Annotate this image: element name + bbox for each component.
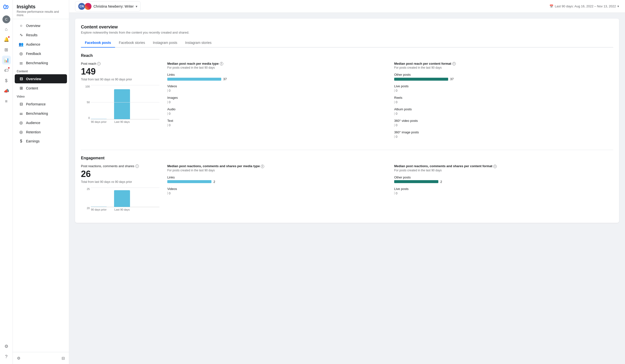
section-divider — [81, 150, 613, 150]
tab-instagram-posts[interactable]: Instagram posts — [149, 38, 181, 48]
eng-videos-zero-val: 0 — [169, 192, 170, 195]
content-area: CN Christina Newberry: Writer ▾ 📅 Last 9… — [69, 0, 625, 364]
chart-bars-area — [91, 85, 159, 119]
media-audio: Audio 0 — [167, 107, 386, 115]
media-text-zero: 0 — [167, 123, 386, 127]
megaphone-icon[interactable]: 📣 — [2, 86, 11, 95]
median-media-title: Median post reach per media type i — [167, 62, 386, 65]
median-media-info-icon[interactable]: i — [220, 62, 223, 65]
reels-zero-val: 0 — [396, 100, 397, 104]
grid-icon[interactable]: ⊞ — [2, 45, 11, 54]
sidebar-benchmarking-label: Benchmarking — [26, 61, 48, 65]
sidebar-item-benchmarking[interactable]: ⚌ Benchmarking — [15, 58, 67, 67]
eng-links-bar: 2 — [167, 180, 386, 184]
median-format-column: Median post reach per content format i F… — [394, 62, 613, 142]
sidebar-overview-label: Overview — [26, 24, 40, 28]
user-avatar-strip[interactable]: C — [2, 15, 10, 23]
help-icon[interactable]: ? — [2, 352, 11, 361]
eng-other-val: 2 — [440, 180, 442, 184]
eng-format-info-icon[interactable]: i — [493, 165, 497, 168]
sidebar-item-feedback[interactable]: ◎ Feedback — [15, 49, 67, 58]
settings-icon[interactable]: ⚙ — [2, 342, 11, 351]
y-label-0: 0 — [88, 116, 90, 119]
video-audience-icon: ◎ — [19, 120, 24, 125]
sidebar-item-video-benchmarking[interactable]: ⚌ Benchmarking — [15, 109, 67, 118]
media-audio-label: Audio — [167, 107, 386, 111]
eng-videos-label: Videos — [167, 187, 386, 191]
menu-icon[interactable]: ≡ — [2, 97, 11, 106]
sidebar-item-retention[interactable]: ◎ Retention — [15, 127, 67, 137]
format-album-posts: Album posts 0 — [394, 107, 613, 115]
reactions-label: Post reactions, comments and shares i — [81, 164, 159, 168]
feedback-icon: ◎ — [19, 51, 24, 56]
collapse-sidebar-icon[interactable]: ⊟ — [59, 354, 67, 362]
eng-media-info-icon[interactable]: i — [261, 165, 264, 168]
eng-format-live-zero: 0 — [394, 192, 613, 195]
meta-logo — [2, 3, 10, 11]
sidebar-item-audience[interactable]: 👥 Audience — [15, 40, 67, 49]
format-album-zero: 0 — [394, 112, 613, 115]
svg-point-0 — [4, 5, 6, 9]
sidebar-nav: ○ Overview ∿ Results 👥 Audience ◎ Feedba… — [13, 19, 69, 352]
sidebar-feedback-label: Feedback — [26, 52, 41, 56]
tag-icon[interactable]: 🏷 — [2, 66, 11, 75]
bar-last90-rect — [114, 89, 130, 119]
eng-y-20: 20 — [87, 207, 90, 210]
median-format-info-icon[interactable]: i — [452, 62, 456, 65]
content-overview-card: Content overview Explore noteworthy tren… — [75, 19, 619, 223]
x-label-last90: Last 90 days — [114, 120, 130, 123]
sidebar-item-content[interactable]: ⊞ Content — [15, 84, 67, 93]
reactions-info-icon[interactable]: i — [135, 165, 139, 168]
eng-links-rect — [167, 180, 212, 183]
engagement-metrics-grid: Post reactions, comments and shares i 26… — [81, 164, 613, 217]
eng-x-prior: 90 days prior — [91, 208, 107, 211]
eng-media-type-column: Median post reactions, comments and shar… — [167, 164, 386, 217]
sidebar-item-performance[interactable]: ⊟ Performance — [15, 100, 67, 109]
sidebar-item-video-audience[interactable]: ◎ Audience — [15, 118, 67, 127]
format-reels-zero: 0 — [394, 100, 613, 104]
reach-section-heading: Reach — [81, 54, 613, 58]
sidebar-content-overview-label: Overview — [26, 77, 41, 81]
user-name: Christina Newberry: Writer — [94, 4, 134, 8]
sidebar-item-earnings[interactable]: $ Earnings — [15, 137, 67, 146]
y-label-50: 50 — [87, 101, 90, 104]
media-images-zero: 0 — [167, 100, 386, 104]
card-title: Content overview — [81, 25, 613, 30]
sidebar-item-overview[interactable]: ○ Overview — [15, 21, 67, 30]
reels-zero-bar — [394, 101, 395, 104]
bar-90-days-prior — [91, 119, 107, 119]
eng-format-other-label: Other posts — [394, 175, 613, 179]
videos-zero-bar — [167, 89, 168, 92]
tab-facebook-posts[interactable]: Facebook posts — [81, 38, 115, 48]
settings-footer-icon[interactable]: ⚙ — [15, 354, 23, 362]
sidebar-audience-label: Audience — [26, 42, 40, 46]
media-text: Text 0 — [167, 119, 386, 127]
format-360video-zero: 0 — [394, 123, 613, 127]
sidebar-item-results[interactable]: ∿ Results — [15, 30, 67, 39]
sidebar-item-content-overview[interactable]: ⊟ Overview — [15, 74, 67, 83]
reactions-column: Post reactions, comments and shares i 26… — [81, 164, 159, 217]
user-selector[interactable]: CN Christina Newberry: Writer ▾ — [75, 1, 141, 11]
dollar-icon[interactable]: $ — [2, 76, 11, 85]
calendar-icon: 📅 — [549, 4, 553, 8]
post-reach-info-icon[interactable]: i — [97, 62, 100, 65]
tab-instagram-stories[interactable]: Instagram stories — [181, 38, 215, 48]
360video-zero-bar — [394, 124, 395, 127]
bar-90-prior-rect — [91, 119, 107, 119]
y-label-100: 100 — [85, 85, 90, 88]
links-bar-val: 37 — [223, 77, 227, 81]
median-media-type-column: Median post reach per media type i For p… — [167, 62, 386, 142]
post-reach-column: Post reach i 149 Total from last 90 days… — [81, 62, 159, 142]
videos-zero-val: 0 — [169, 89, 170, 92]
notifications-icon[interactable]: 🔔 — [2, 35, 11, 44]
format-album-label: Album posts — [394, 107, 613, 111]
tab-facebook-stories[interactable]: Facebook stories — [115, 38, 149, 48]
date-range-selector[interactable]: 📅 Last 90 days: Aug 16, 2022 – Nov 13, 2… — [549, 4, 619, 8]
home-icon[interactable]: ⌂ — [2, 25, 11, 34]
sidebar-earnings-label: Earnings — [26, 139, 39, 143]
chart-icon[interactable]: 📊 — [2, 56, 11, 64]
media-videos: Videos 0 — [167, 84, 386, 92]
post-reach-label: Post reach i — [81, 62, 159, 65]
eng-format-other-bar: 2 — [394, 180, 613, 184]
links-bar-rect — [167, 78, 221, 81]
